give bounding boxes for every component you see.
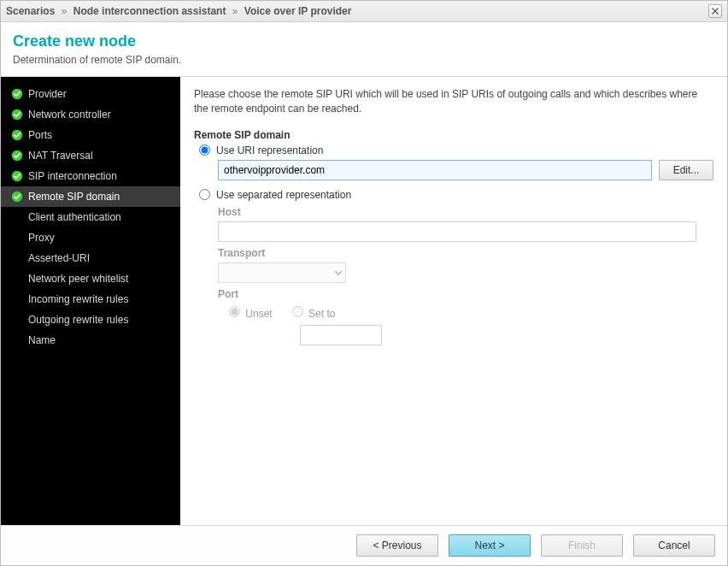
wizard-steps-sidebar: Provider Network controller Ports NAT Tr… [1,77,180,525]
header-area: Create new node Determination of remote … [1,22,727,77]
sidebar-item-label: Client authentication [28,211,121,223]
sidebar-item-incoming-rewrite-rules[interactable]: Incoming rewrite rules [1,289,180,310]
port-setto-option[interactable]: Set to [288,304,336,320]
sidebar-item-nat-traversal[interactable]: NAT Traversal [1,145,180,166]
page-subtitle: Determination of remote SIP domain. [13,54,715,66]
host-label: Host [218,206,713,218]
radio-use-separated[interactable] [199,189,210,200]
empty-icon [11,252,23,264]
uri-input[interactable] [218,160,652,180]
sidebar-item-label: Provider [28,88,67,100]
port-unset-label: Unset [245,308,272,320]
radio-use-uri-row[interactable]: Use URI representation [199,144,713,156]
empty-icon [11,293,23,305]
empty-icon [11,232,23,244]
sidebar-item-asserted-uri[interactable]: Asserted-URI [1,248,180,268]
uri-input-row: Edit... [218,160,713,180]
radio-port-unset[interactable] [229,306,240,317]
port-input[interactable] [300,325,382,345]
check-icon [11,109,23,121]
sidebar-item-label: SIP interconnection [28,170,117,182]
transport-block: Transport [218,247,713,283]
port-row: Unset Set to [225,304,713,320]
port-input-wrap [300,325,713,345]
breadcrumb: Scenarios » Node interconnection assista… [6,5,351,17]
instruction-text: Please choose the remote SIP URI which w… [194,87,713,117]
radio-use-separated-label: Use separated representation [216,189,351,201]
host-block: Host [218,206,713,242]
radio-use-separated-row[interactable]: Use separated representation [199,189,713,201]
transport-select[interactable] [218,262,346,283]
section-label-remote-sip-domain: Remote SIP domain [194,129,713,141]
sidebar-item-label: Name [28,334,56,346]
page-title: Create new node [13,32,715,50]
check-icon [11,150,23,162]
sidebar-item-label: Asserted-URI [28,252,90,264]
wizard-footer: < Previous Next > Finish Cancel [1,525,727,565]
sidebar-item-label: Ports [28,129,52,141]
previous-button[interactable]: < Previous [356,534,438,557]
breadcrumb-part: Node interconnection assistant [73,5,226,17]
content-pane: Please choose the remote SIP URI which w… [180,77,727,525]
breadcrumb-part: Voice over IP provider [244,5,352,17]
breadcrumb-sep: » [229,5,242,17]
host-input[interactable] [218,221,696,242]
empty-icon [11,211,23,223]
wizard-window: Scenarios » Node interconnection assista… [0,0,728,566]
transport-label: Transport [218,247,713,259]
sidebar-item-label: Proxy [28,232,55,244]
sidebar-item-proxy[interactable]: Proxy [1,227,180,248]
sidebar-item-client-authentication[interactable]: Client authentication [1,207,180,227]
next-button[interactable]: Next > [449,534,531,557]
port-block: Port Unset Set to [218,288,713,345]
radio-port-setto[interactable] [292,306,303,317]
breadcrumb-sep: » [58,5,71,17]
body-area: Provider Network controller Ports NAT Tr… [1,77,727,525]
empty-icon [11,273,23,285]
empty-icon [11,334,23,346]
close-icon [712,8,719,15]
sidebar-item-outgoing-rewrite-rules[interactable]: Outgoing rewrite rules [1,310,180,330]
empty-icon [11,314,23,326]
check-icon [11,191,23,203]
sidebar-item-ports[interactable]: Ports [1,125,180,145]
titlebar: Scenarios » Node interconnection assista… [1,1,727,22]
port-setto-label: Set to [308,308,335,320]
port-label: Port [218,288,713,300]
sidebar-item-label: Remote SIP domain [28,191,120,203]
sidebar-item-sip-interconnection[interactable]: SIP interconnection [1,166,180,186]
check-icon [11,170,23,182]
sidebar-item-remote-sip-domain[interactable]: Remote SIP domain [1,186,180,207]
radio-use-uri[interactable] [199,144,210,156]
cancel-button[interactable]: Cancel [633,534,715,557]
sidebar-item-label: Outgoing rewrite rules [28,314,128,326]
window-close-button[interactable] [708,4,722,18]
port-unset-option[interactable]: Unset [225,304,273,320]
sidebar-item-name[interactable]: Name [1,330,180,351]
edit-uri-button[interactable]: Edit... [659,160,713,180]
breadcrumb-part: Scenarios [6,5,55,17]
sidebar-item-label: Network controller [28,109,111,121]
sidebar-item-provider[interactable]: Provider [1,84,180,104]
sidebar-item-label: NAT Traversal [28,150,93,162]
finish-button[interactable]: Finish [541,534,623,557]
sidebar-item-label: Network peer whitelist [28,273,128,285]
sidebar-item-label: Incoming rewrite rules [28,293,128,305]
radio-use-uri-label: Use URI representation [216,144,323,156]
sidebar-item-network-peer-whitelist[interactable]: Network peer whitelist [1,268,180,289]
sidebar-item-network-controller[interactable]: Network controller [1,104,180,125]
check-icon [11,88,23,100]
check-icon [11,129,23,141]
